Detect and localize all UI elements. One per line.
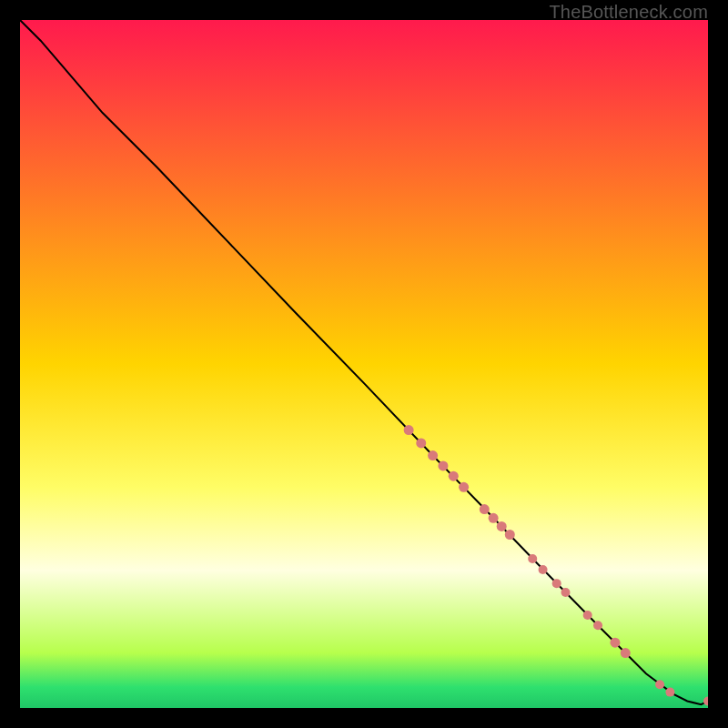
chart-point bbox=[621, 648, 631, 658]
chart-point bbox=[655, 680, 664, 689]
chart-background bbox=[20, 20, 708, 708]
chart-point bbox=[583, 611, 592, 620]
chart-point bbox=[416, 438, 426, 448]
chart-stage: TheBottleneck.com bbox=[0, 0, 728, 728]
chart-point bbox=[428, 450, 438, 460]
chart-point bbox=[489, 513, 499, 523]
chart-point bbox=[552, 579, 561, 588]
chart-point bbox=[665, 688, 674, 697]
bottleneck-chart bbox=[20, 20, 708, 708]
chart-point bbox=[561, 588, 571, 597]
chart-point bbox=[593, 621, 602, 630]
chart-point bbox=[497, 521, 507, 531]
chart-point bbox=[505, 530, 515, 540]
chart-point bbox=[438, 460, 448, 470]
chart-point bbox=[480, 504, 490, 514]
chart-point bbox=[449, 471, 459, 481]
chart-point bbox=[539, 565, 548, 574]
chart-point bbox=[528, 554, 537, 563]
chart-point bbox=[459, 482, 469, 492]
chart-point bbox=[404, 425, 414, 435]
chart-point bbox=[610, 638, 620, 648]
